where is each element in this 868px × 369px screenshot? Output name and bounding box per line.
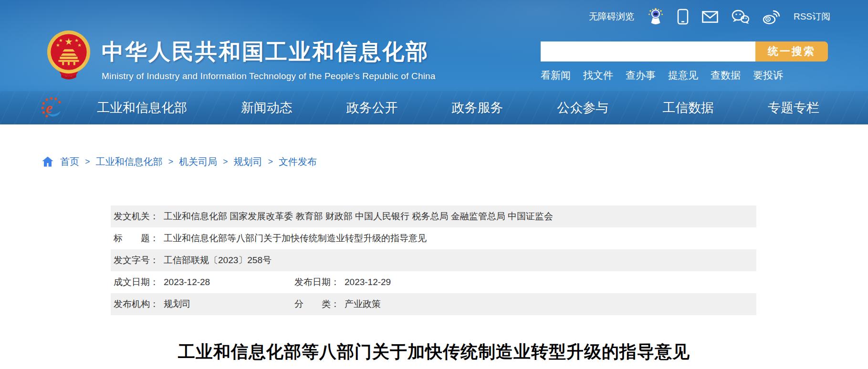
breadcrumb-separator: > bbox=[268, 157, 273, 167]
nav-item-gov-info[interactable]: 政务公开 bbox=[346, 99, 398, 116]
meta-value: 工信部联规〔2023〕258号 bbox=[164, 254, 272, 266]
national-emblem-icon: ★ ★ ★ ★ ★ bbox=[45, 30, 92, 80]
svg-text:★: ★ bbox=[59, 38, 63, 43]
quick-link-documents[interactable]: 找文件 bbox=[583, 69, 613, 82]
nav-item-gov-services[interactable]: 政务服务 bbox=[451, 99, 503, 116]
meta-row-dates: 成文日期： 2023-12-28 发布日期： 2023-12-29 bbox=[111, 271, 756, 293]
meta-label: 发文字号： bbox=[114, 254, 159, 266]
quick-link-news[interactable]: 看新闻 bbox=[541, 69, 571, 82]
svg-text:★: ★ bbox=[77, 42, 82, 48]
breadcrumb-document-release[interactable]: 文件发布 bbox=[279, 155, 317, 168]
site-header: 无障碍浏览 bbox=[0, 0, 868, 124]
quick-link-feedback[interactable]: 提意见 bbox=[668, 69, 698, 82]
weibo-icon[interactable] bbox=[763, 10, 780, 24]
meta-label: 发布机构： bbox=[114, 298, 159, 310]
meta-label: 发文机关： bbox=[114, 210, 159, 223]
meta-value: 工业和信息化部 国家发展改革委 教育部 财政部 中国人民银行 税务总局 金融监管… bbox=[164, 210, 553, 223]
accessibility-link[interactable]: 无障碍浏览 bbox=[589, 10, 634, 23]
main-nav: e 工业和信息化部 新闻动态 政务公开 政务服务 公众参与 工信数据 专题专栏 bbox=[0, 91, 868, 124]
meta-row-title: 标 题： 工业和信息化部等八部门关于加快传统制造业转型升级的指导意见 bbox=[111, 227, 756, 249]
nav-item-participation[interactable]: 公众参与 bbox=[557, 99, 608, 116]
mobile-icon[interactable] bbox=[677, 9, 689, 25]
nav-item-special[interactable]: 专题专栏 bbox=[768, 99, 819, 116]
wechat-icon[interactable] bbox=[732, 10, 749, 24]
meta-label: 标 题： bbox=[114, 232, 159, 245]
quick-link-services[interactable]: 查办事 bbox=[626, 69, 656, 82]
quick-links: 看新闻 找文件 查办事 提意见 查数据 要投诉 bbox=[541, 69, 783, 82]
meta-row-issuing-agencies: 发文机关： 工业和信息化部 国家发展改革委 教育部 财政部 中国人民银行 税务总… bbox=[111, 205, 756, 227]
site-subtitle: Ministry of Industry and Information Tec… bbox=[102, 71, 436, 82]
meta-value: 产业政策 bbox=[345, 298, 381, 310]
site-title: 中华人民共和国工业和信息化部 bbox=[102, 37, 436, 67]
miit-e-logo-icon: e bbox=[42, 97, 62, 119]
breadcrumb-home[interactable]: 首页 bbox=[60, 155, 79, 168]
svg-text:★: ★ bbox=[64, 36, 73, 47]
meta-value: 2023-12-29 bbox=[345, 277, 391, 287]
document-metadata-table: 发文机关： 工业和信息化部 国家发展改革委 教育部 财政部 中国人民银行 税务总… bbox=[111, 205, 756, 315]
mail-icon[interactable] bbox=[702, 11, 718, 23]
nav-item-miit[interactable]: 工业和信息化部 bbox=[97, 99, 187, 116]
svg-text:★: ★ bbox=[56, 42, 60, 48]
search-button[interactable]: 统一搜索 bbox=[755, 41, 828, 62]
breadcrumb-departments[interactable]: 机关司局 bbox=[179, 155, 217, 168]
quick-link-complaints[interactable]: 要投诉 bbox=[753, 69, 783, 82]
nav-item-miit-data[interactable]: 工信数据 bbox=[662, 99, 714, 116]
search-area: 统一搜索 看新闻 找文件 查办事 提意见 查数据 要投诉 bbox=[541, 41, 828, 82]
meta-label: 发布日期： bbox=[294, 276, 340, 288]
breadcrumb-separator: > bbox=[85, 157, 90, 167]
meta-value: 工业和信息化部等八部门关于加快传统制造业转型升级的指导意见 bbox=[164, 232, 427, 245]
rss-link[interactable]: RSS订阅 bbox=[794, 10, 830, 23]
meta-value: 2023-12-28 bbox=[164, 277, 210, 287]
main-content: 首页 > 工业和信息化部 > 机关司局 > 规划司 > 文件发布 发文机关： 工… bbox=[0, 155, 868, 364]
topbar: 无障碍浏览 bbox=[589, 7, 830, 27]
home-icon[interactable] bbox=[42, 156, 53, 167]
meta-value: 规划司 bbox=[164, 298, 191, 310]
quick-link-data[interactable]: 查数据 bbox=[711, 69, 741, 82]
svg-text:★: ★ bbox=[74, 38, 79, 43]
meta-label: 成文日期： bbox=[114, 276, 159, 288]
breadcrumb: 首页 > 工业和信息化部 > 机关司局 > 规划司 > 文件发布 bbox=[42, 155, 868, 168]
article-title: 工业和信息化部等八部门关于加快传统制造业转型升级的指导意见 bbox=[0, 340, 868, 364]
robot-mascot-icon[interactable] bbox=[648, 8, 664, 26]
breadcrumb-planning-dept[interactable]: 规划司 bbox=[234, 155, 262, 168]
breadcrumb-separator: > bbox=[168, 157, 174, 167]
breadcrumb-separator: > bbox=[223, 157, 228, 167]
breadcrumb-miit[interactable]: 工业和信息化部 bbox=[96, 155, 163, 168]
nav-item-news[interactable]: 新闻动态 bbox=[241, 99, 293, 116]
meta-row-publisher-category: 发布机构： 规划司 分 类： 产业政策 bbox=[111, 293, 756, 315]
meta-row-document-number: 发文字号： 工信部联规〔2023〕258号 bbox=[111, 249, 756, 271]
site-logo[interactable]: ★ ★ ★ ★ ★ 中华人民共和国工业和信息化部 Ministry of Ind… bbox=[45, 30, 436, 82]
search-input[interactable] bbox=[541, 41, 755, 62]
meta-label: 分 类： bbox=[294, 298, 340, 310]
